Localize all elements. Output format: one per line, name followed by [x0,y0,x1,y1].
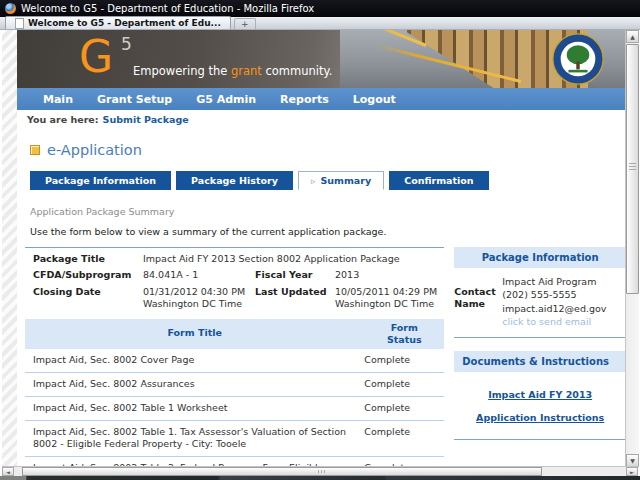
vertical-scrollbar[interactable]: ▲ ▼ [625,30,639,467]
tagline-highlight: grant [231,64,262,78]
scrollbar-grip [318,470,326,473]
documents-body: Impact Aid FY 2013 Application Instructi… [454,372,626,439]
taskbar-strip [0,476,640,480]
form-status-cell: Complete [356,421,444,457]
page-heading: e-Application [30,142,626,158]
nav-item-g5-admin[interactable]: G5 Admin [196,93,256,106]
breadcrumb-prefix: You are here: [27,114,99,125]
title-bar: Welcome to G5 - Department of Education … [0,0,640,17]
last-updated-line2: Washington DC Time [335,298,434,309]
detail-row-package-title: Package Title Impact Aid FY 2013 Section… [25,251,444,267]
form-status-column-header: Form Status [364,319,444,349]
heading-bullet-icon [30,145,40,155]
tab-summary-label: Summary [320,175,371,186]
tab-summary[interactable]: ▹ Summary [298,171,384,190]
forms-table-header: Form Title Form Status [25,319,444,349]
page-icon [15,18,24,29]
fiscal-year-label: Fiscal Year [255,269,335,281]
horizontal-scrollbar-thumb[interactable] [22,467,542,476]
tagline-suffix: community. [262,64,333,78]
closing-date-line2: Washington DC Time [143,298,242,309]
breadcrumb-link-submit-package[interactable]: Submit Package [103,114,189,125]
last-updated-line1: 10/05/2011 04:29 PM [335,286,437,297]
table-row: Impact Aid, Sec. 8002 Cover Page Complet… [25,349,444,373]
contact-values: Impact Aid Program (202) 555-5555 impact… [502,275,626,328]
window-title: Welcome to G5 - Department of Education … [21,3,314,14]
package-title-label: Package Title [33,253,143,265]
app-tabs: Package Information Package History ▹ Su… [30,171,626,190]
content-columns: Package Title Impact Aid FY 2013 Section… [25,247,626,467]
horizontal-scrollbar[interactable]: ◄ ► [2,466,638,476]
table-row: Impact Aid, Sec. 8002 Table 1 Worksheet … [25,397,444,421]
scroll-right-button[interactable]: ► [626,467,638,476]
g5-logo-g: G [79,30,113,84]
closing-date-label: Closing Date [33,286,143,311]
vertical-scrollbar-thumb[interactable] [626,44,639,294]
firefox-icon [5,3,16,14]
nav-item-reports[interactable]: Reports [280,93,329,106]
forms-table: Form Title Form Status Impact Aid, Sec. … [25,319,444,467]
scroll-left-button[interactable]: ◄ [2,467,14,476]
last-updated-value: 10/05/2011 04:29 PMWashington DC Time [335,286,444,311]
form-title-cell: Impact Aid, Sec. 8002 Assurances [25,373,356,396]
new-tab-button[interactable]: + [234,18,256,29]
form-status-header-text: Form Status [383,322,425,346]
package-information-header: Package Information [454,247,626,268]
browser-tab-title: Welcome to G5 - Department of Edu... [28,18,221,28]
fiscal-year-value: 2013 [335,269,444,281]
form-title-cell: Impact Aid, Sec. 8002 Cover Page [25,349,356,372]
contact-block: Contact Name Impact Aid Program (202) 55… [454,268,626,338]
tab-package-history[interactable]: Package History [176,171,293,190]
tab-package-information[interactable]: Package Information [30,171,171,190]
detail-row-dates: Closing Date 01/31/2012 04:30 PMWashingt… [25,284,444,313]
documents-instructions-header: Documents & Instructions [454,351,626,372]
send-email-link[interactable]: click to send email [502,316,591,327]
browser-tab[interactable]: Welcome to G5 - Department of Edu... [5,16,231,29]
nav-item-grant-setup[interactable]: Grant Setup [97,93,172,106]
contact-email: impact.aid12@ed.gov [502,302,626,315]
page-content: G 5 Empowering the grant community. Main… [17,30,626,467]
main-nav: Main Grant Setup G5 Admin Reports Logout [17,88,626,110]
page-title: e-Application [47,142,142,158]
package-information-box: Package Information Contact Name Impact … [454,247,626,338]
summary-tab-marker-icon: ▹ [311,176,316,186]
banner-tagline: Empowering the grant community. [133,64,332,78]
scrollbar-grip [629,163,636,170]
form-title-cell: Impact Aid, Sec. 8002 Table 1. Tax Asses… [25,421,356,457]
form-status-cell: Complete [356,349,444,372]
page-viewport: G 5 Empowering the grant community. Main… [2,30,626,467]
table-row: Impact Aid, Sec. 8002 Table 1. Tax Asses… [25,421,444,458]
nav-item-main[interactable]: Main [43,93,73,106]
tagline-prefix: Empowering the [133,64,231,78]
form-title-column-header: Form Title [25,319,364,349]
contact-program: Impact Aid Program [502,275,626,288]
last-updated-label: Last Updated [255,286,335,311]
scroll-up-button[interactable]: ▲ [626,30,639,43]
nav-item-logout[interactable]: Logout [353,93,396,106]
section-instructions: Use the form below to view a summary of … [30,226,626,237]
application-instructions-link[interactable]: Impact Aid FY 2013 Application Instructi… [476,389,604,423]
tab-confirmation[interactable]: Confirmation [389,171,488,190]
contact-name-label: Contact Name [454,275,502,328]
sidebar: Package Information Contact Name Impact … [454,247,626,440]
g5-logo-5: 5 [121,34,132,54]
browser-tab-bar: Welcome to G5 - Department of Edu... + [0,17,640,30]
cfda-value: 84.041A - 1 [143,269,255,281]
browser-window: Welcome to G5 - Department of Education … [0,0,640,480]
closing-date-line1: 01/31/2012 04:30 PM [143,286,245,297]
package-summary-panel: Package Title Impact Aid FY 2013 Section… [25,247,444,467]
section-title: Application Package Summary [30,206,626,217]
breadcrumb: You are here:Submit Package [17,110,626,127]
form-status-cell: Complete [356,397,444,420]
form-status-cell: Complete [356,373,444,396]
detail-row-cfda-fiscal: CFDA/Subprogram 84.041A - 1 Fiscal Year … [25,267,444,283]
table-row: Impact Aid, Sec. 8002 Assurances Complet… [25,373,444,397]
form-title-cell: Impact Aid, Sec. 8002 Table 1 Worksheet [25,397,356,420]
contact-phone: (202) 555-5555 [502,288,626,301]
cfda-label: CFDA/Subprogram [33,269,143,281]
closing-date-value: 01/31/2012 04:30 PMWashington DC Time [143,286,255,311]
package-title-value: Impact Aid FY 2013 Section 8002 Applicat… [143,253,444,265]
dept-of-education-seal-icon [552,33,604,85]
g5-banner: G 5 Empowering the grant community. [17,30,626,88]
documents-instructions-box: Documents & Instructions Impact Aid FY 2… [454,351,626,439]
